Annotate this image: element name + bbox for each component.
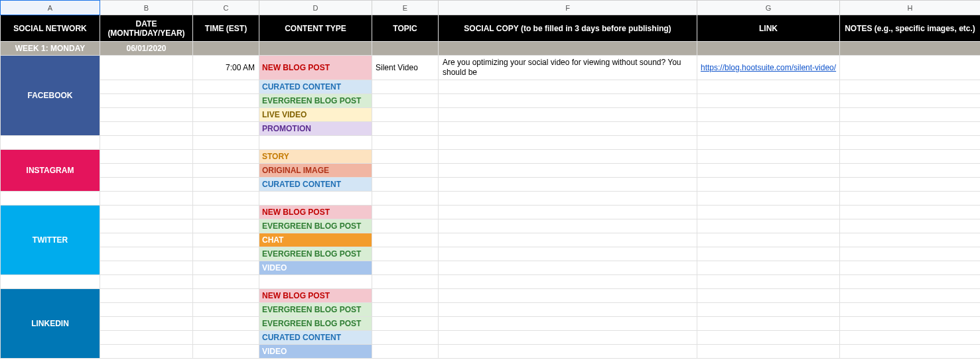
cell[interactable] <box>697 80 840 94</box>
cell[interactable] <box>697 150 840 164</box>
cell[interactable] <box>372 317 439 331</box>
cell[interactable] <box>193 94 259 108</box>
content-type-chat[interactable]: CHAT <box>259 233 372 247</box>
cell[interactable] <box>439 289 697 303</box>
cell[interactable] <box>193 80 259 94</box>
cell[interactable] <box>840 303 981 317</box>
cell[interactable] <box>372 94 439 108</box>
header-notes[interactable]: NOTES (e.g., specific images, etc.) <box>840 15 981 42</box>
content-type-story[interactable]: STORY <box>259 150 372 164</box>
cell[interactable] <box>840 317 981 331</box>
cell[interactable] <box>697 345 840 359</box>
cell[interactable] <box>840 247 981 261</box>
content-type-live-video[interactable]: LIVE VIDEO <box>259 108 372 122</box>
cell[interactable] <box>259 275 372 289</box>
cell[interactable] <box>100 219 193 233</box>
cell[interactable] <box>100 345 193 359</box>
cell[interactable] <box>100 80 193 94</box>
cell[interactable] <box>439 192 697 206</box>
cell[interactable] <box>697 94 840 108</box>
cell[interactable] <box>372 261 439 275</box>
cell[interactable] <box>439 42 697 56</box>
cell[interactable] <box>439 150 697 164</box>
col-header-B[interactable]: B <box>100 1 193 15</box>
cell[interactable] <box>439 247 697 261</box>
week-label[interactable]: WEEK 1: MONDAY <box>1 42 100 56</box>
cell[interactable] <box>372 150 439 164</box>
content-type-evergreen-blog-post[interactable]: EVERGREEN BLOG POST <box>259 303 372 317</box>
cell[interactable] <box>259 42 372 56</box>
cell[interactable] <box>697 219 840 233</box>
cell[interactable] <box>100 150 193 164</box>
cell[interactable] <box>697 247 840 261</box>
cell[interactable] <box>840 289 981 303</box>
cell[interactable] <box>100 303 193 317</box>
cell[interactable] <box>193 303 259 317</box>
cell[interactable] <box>697 192 840 206</box>
cell[interactable] <box>372 122 439 136</box>
cell[interactable] <box>100 178 193 192</box>
cell[interactable] <box>372 80 439 94</box>
cell[interactable] <box>372 303 439 317</box>
content-type-curated-content[interactable]: CURATED CONTENT <box>259 178 372 192</box>
cell[interactable] <box>439 233 697 247</box>
content-type-new-blog-post[interactable]: NEW BLOG POST <box>259 289 372 303</box>
cell[interactable] <box>840 206 981 219</box>
network-instagram[interactable]: INSTAGRAM <box>1 150 100 192</box>
cell[interactable] <box>372 42 439 56</box>
cell[interactable] <box>1 192 100 206</box>
cell[interactable] <box>840 261 981 275</box>
cell[interactable] <box>439 108 697 122</box>
cell[interactable] <box>100 275 193 289</box>
cell[interactable] <box>193 178 259 192</box>
cell[interactable] <box>100 164 193 178</box>
cell[interactable] <box>697 136 840 150</box>
cell[interactable] <box>439 136 697 150</box>
cell[interactable] <box>372 275 439 289</box>
cell[interactable] <box>100 108 193 122</box>
content-type-evergreen-blog-post[interactable]: EVERGREEN BLOG POST <box>259 247 372 261</box>
cell[interactable] <box>193 233 259 247</box>
cell[interactable] <box>1 275 100 289</box>
cell[interactable] <box>372 108 439 122</box>
network-twitter[interactable]: TWITTER <box>1 206 100 275</box>
cell[interactable] <box>840 122 981 136</box>
header-social-copy[interactable]: SOCIAL COPY (to be filled in 3 days befo… <box>439 15 697 42</box>
cell[interactable] <box>439 303 697 317</box>
cell[interactable] <box>193 150 259 164</box>
cell[interactable] <box>100 94 193 108</box>
cell[interactable] <box>840 80 981 94</box>
col-header-D[interactable]: D <box>259 1 372 15</box>
cell[interactable] <box>840 56 981 80</box>
cell[interactable] <box>439 94 697 108</box>
cell[interactable] <box>697 122 840 136</box>
header-content-type[interactable]: CONTENT TYPE <box>259 15 372 42</box>
cell[interactable] <box>193 164 259 178</box>
cell[interactable] <box>100 206 193 219</box>
cell[interactable] <box>697 206 840 219</box>
cell[interactable] <box>193 136 259 150</box>
content-type-new-blog-post[interactable]: NEW BLOG POST <box>259 206 372 219</box>
social-copy-cell[interactable]: Are you optimizing your social video for… <box>439 56 697 80</box>
content-type-video[interactable]: VIDEO <box>259 261 372 275</box>
link-cell[interactable]: https://blog.hootsuite.com/silent-video/ <box>697 56 840 80</box>
cell[interactable] <box>193 42 259 56</box>
cell[interactable] <box>100 247 193 261</box>
cell[interactable] <box>259 136 372 150</box>
cell[interactable] <box>372 136 439 150</box>
cell[interactable] <box>697 108 840 122</box>
cell[interactable] <box>697 331 840 345</box>
cell[interactable] <box>840 94 981 108</box>
cell[interactable] <box>840 150 981 164</box>
cell[interactable] <box>372 247 439 261</box>
cell[interactable] <box>372 164 439 178</box>
col-header-G[interactable]: G <box>697 1 840 15</box>
cell[interactable] <box>439 178 697 192</box>
content-type-video[interactable]: VIDEO <box>259 345 372 359</box>
content-type-curated-content[interactable]: CURATED CONTENT <box>259 80 372 94</box>
cell[interactable] <box>259 192 372 206</box>
cell[interactable] <box>193 192 259 206</box>
header-link[interactable]: LINK <box>697 15 840 42</box>
cell[interactable] <box>439 275 697 289</box>
col-header-A[interactable]: A <box>1 1 100 15</box>
